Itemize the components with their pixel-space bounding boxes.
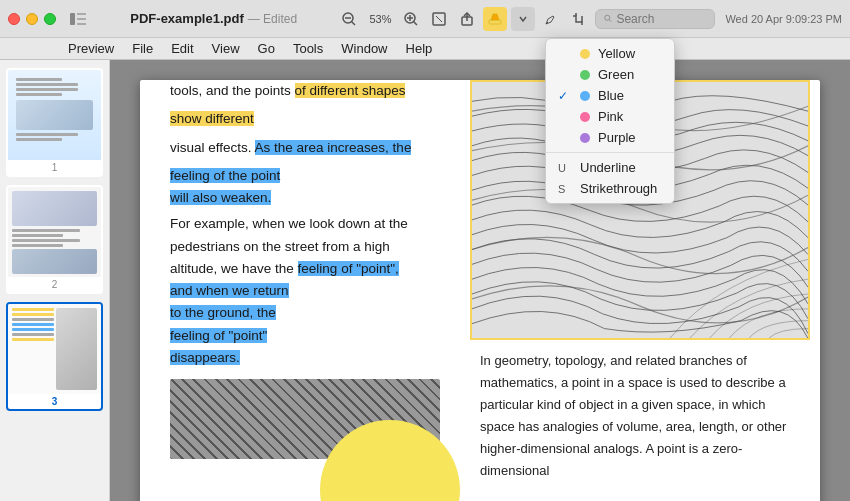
underline-label: Underline: [580, 160, 636, 175]
main-layout: 1 2: [0, 60, 850, 501]
crop-button[interactable]: [567, 7, 591, 31]
highlight-dropdown-button[interactable]: [511, 7, 535, 31]
sidebar-toggle-button[interactable]: [66, 7, 90, 31]
page-content: tools, and the points of different shape…: [140, 80, 820, 501]
highlight-color-dropdown: Yellow Green ✓ Blue Pink Purple U Underl…: [545, 38, 675, 204]
menu-view[interactable]: View: [204, 40, 248, 57]
svg-point-17: [605, 15, 610, 20]
svg-rect-3: [77, 23, 86, 25]
highlight-text-2: show different: [170, 111, 254, 126]
menu-file[interactable]: File: [124, 40, 161, 57]
underline-item[interactable]: U Underline: [546, 157, 674, 178]
color-blue-label: Blue: [598, 88, 624, 103]
thumb-2-content: [8, 187, 101, 277]
highlight-text-6: feeling of "point",: [298, 261, 399, 276]
toolbar-icons: 53% Wed 20 Apr 9:09:23 PM: [337, 7, 842, 31]
thumb-3-pagenum: 3: [8, 394, 101, 409]
titlebar: PDF-example1.pdf — Edited 53%: [0, 0, 850, 38]
sidebar-thumb-3[interactable]: 3: [6, 302, 103, 411]
svg-line-5: [352, 21, 356, 25]
svg-line-18: [610, 20, 612, 22]
strikethrough-shortcut: S: [558, 183, 572, 195]
color-blue-item[interactable]: ✓ Blue: [546, 85, 674, 106]
page-text: tools, and the points of different shape…: [170, 80, 440, 369]
highlight-text-7: and when we return: [170, 283, 289, 298]
svg-rect-2: [77, 18, 86, 20]
filename-label: PDF-example1.pdf: [130, 11, 243, 26]
menu-go[interactable]: Go: [250, 40, 283, 57]
menu-preview[interactable]: Preview: [60, 40, 122, 57]
underline-shortcut: U: [558, 162, 572, 174]
menu-help[interactable]: Help: [398, 40, 441, 57]
svg-line-8: [414, 21, 418, 25]
right-bottom-text: In geometry, topology, and related branc…: [470, 350, 810, 483]
content-area[interactable]: tools, and the points of different shape…: [110, 60, 850, 501]
highlight-tool-button[interactable]: [483, 7, 507, 31]
share-button[interactable]: [455, 7, 479, 31]
color-pink-label: Pink: [598, 109, 623, 124]
strikethrough-item[interactable]: S Strikethrough: [546, 178, 674, 199]
svg-rect-1: [77, 13, 86, 15]
menu-tools[interactable]: Tools: [285, 40, 331, 57]
highlight-text-10: disappears.: [170, 350, 240, 365]
pen-tool-button[interactable]: [539, 7, 563, 31]
color-green-item[interactable]: Green: [546, 64, 674, 85]
titlebar-center: PDF-example1.pdf — Edited: [90, 11, 337, 26]
yellow-dot: [580, 49, 590, 59]
highlight-text-3: As the area increases, the: [255, 140, 412, 155]
maximize-button[interactable]: [44, 13, 56, 25]
highlight-text-8: to the ground, the: [170, 305, 276, 320]
search-icon: [604, 13, 612, 24]
sidebar-thumb-2[interactable]: 2: [6, 185, 103, 294]
svg-line-12: [436, 16, 442, 22]
color-purple-item[interactable]: Purple: [546, 127, 674, 148]
sidebar-thumb-1[interactable]: 1: [6, 68, 103, 177]
thumb-1-pagenum: 1: [8, 160, 101, 175]
highlight-text-4: feeling of the point: [170, 168, 280, 183]
zoom-percent-label: 53%: [365, 7, 395, 31]
fit-page-button[interactable]: [427, 7, 451, 31]
thumb-2-pagenum: 2: [8, 277, 101, 292]
purple-dot: [580, 133, 590, 143]
color-green-label: Green: [598, 67, 634, 82]
traffic-lights: [8, 13, 56, 25]
edited-label: — Edited: [248, 12, 297, 26]
color-yellow-item[interactable]: Yellow: [546, 43, 674, 64]
strikethrough-label: Strikethrough: [580, 181, 657, 196]
zoom-out-button[interactable]: [337, 7, 361, 31]
color-yellow-label: Yellow: [598, 46, 635, 61]
zoom-in-button[interactable]: [399, 7, 423, 31]
geometry-text: In geometry, topology, and related branc…: [480, 350, 800, 483]
search-input[interactable]: [616, 12, 706, 26]
color-pink-item[interactable]: Pink: [546, 106, 674, 127]
thumb-1-content: [8, 70, 101, 160]
svg-rect-15: [489, 20, 501, 24]
menubar: 🍎 Preview File Edit View Go Tools Window…: [0, 38, 850, 60]
green-dot: [580, 70, 590, 80]
color-purple-label: Purple: [598, 130, 636, 145]
pink-dot: [580, 112, 590, 122]
svg-rect-0: [70, 13, 75, 25]
sidebar: 1 2: [0, 60, 110, 501]
highlight-text-5: will also weaken.: [170, 190, 271, 205]
highlight-text-1: of different shapes: [295, 83, 406, 98]
time-label: Wed 20 Apr 9:09:23 PM: [725, 13, 842, 25]
search-bar[interactable]: [595, 9, 715, 29]
blue-dot: [580, 91, 590, 101]
menu-window[interactable]: Window: [333, 40, 395, 57]
minimize-button[interactable]: [26, 13, 38, 25]
dropdown-divider: [546, 152, 674, 153]
menu-edit[interactable]: Edit: [163, 40, 201, 57]
close-button[interactable]: [8, 13, 20, 25]
thumb-3-content: [8, 304, 101, 394]
checkmark-blue: ✓: [558, 89, 572, 103]
highlight-text-9: feeling of "point": [170, 328, 267, 343]
